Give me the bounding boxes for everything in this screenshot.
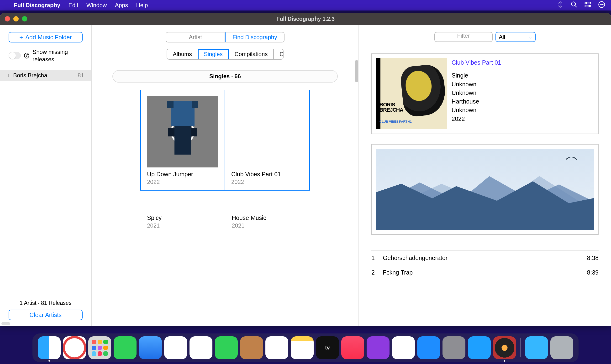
filter-scope-value: All <box>499 34 505 40</box>
sidebar-summary: 1 Artist · 81 Releases <box>9 300 83 306</box>
release-cover[interactable] <box>231 96 302 168</box>
menubar-extra-icon[interactable] <box>557 1 564 10</box>
sidebar-artist-name: Boris Brejcha <box>13 72 47 79</box>
fullscreen-window-button[interactable] <box>22 16 27 22</box>
track-number: 1 <box>371 255 383 261</box>
add-music-folder-label: Add Music Folder <box>25 34 72 41</box>
release-card[interactable]: House Music 2021 <box>225 214 310 229</box>
release-info-type: Single <box>452 71 594 80</box>
dock-app-contacts[interactable] <box>240 336 263 359</box>
track-duration: 8:38 <box>587 255 598 261</box>
chevron-down-icon: ⌄ <box>529 34 532 39</box>
release-card[interactable]: Club Vibes Part 01 2022 <box>225 90 309 190</box>
dock-app-photos[interactable] <box>189 336 213 359</box>
clear-artists-button[interactable]: Clear Artists <box>9 310 83 320</box>
menu-window[interactable]: Window <box>86 2 107 9</box>
segment-artist[interactable]: Artist <box>166 32 225 42</box>
window-title: Full Discography 1.2.3 <box>276 16 335 22</box>
menubar-app-name[interactable]: Full Discography <box>14 2 60 9</box>
dock-app-tv[interactable]: tv <box>316 336 339 359</box>
plus-icon: + <box>19 34 23 41</box>
release-year: 2022 <box>231 179 303 185</box>
dock-separator <box>520 338 521 357</box>
segment-other[interactable]: Other <box>274 49 284 59</box>
add-music-folder-button[interactable]: + Add Music Folder <box>9 32 83 42</box>
release-card[interactable]: Up Down Jumper 2022 <box>141 90 225 190</box>
minimize-window-button[interactable] <box>13 16 19 22</box>
dock-app-full-discography[interactable] <box>493 336 516 359</box>
dock-app-finder[interactable] <box>38 336 61 359</box>
track-name: Fckng Trap <box>383 269 587 276</box>
sidebar-artist-count: 81 <box>78 72 84 79</box>
show-missing-toggle[interactable] <box>9 52 21 59</box>
release-grid: Up Down Jumper 2022 Club Vibes Part 01 2… <box>140 90 310 191</box>
release-info-field: Unknown <box>452 89 594 97</box>
release-info-title-link[interactable]: Club Vibes Part 01 <box>452 58 594 67</box>
filter-scope-select[interactable]: All ⌄ <box>495 32 536 42</box>
release-grid-row-2: Spicy 2021 House Music 2021 <box>140 214 310 229</box>
dock-app-settings[interactable] <box>442 336 465 359</box>
main-segmented-control: Artist Find Discography <box>166 32 284 42</box>
dock-app-appstore[interactable] <box>417 336 440 359</box>
release-info-card: BORISBREJCHA CLUB VIBES PART 01 Club Vib… <box>371 53 598 134</box>
artist-photo <box>376 149 594 230</box>
dock-app-notes[interactable] <box>291 336 314 359</box>
siri-icon[interactable] <box>598 1 605 10</box>
release-info-cover: BORISBREJCHA CLUB VIBES PART 01 <box>376 58 447 129</box>
window-controls <box>5 16 27 22</box>
menu-help[interactable]: Help <box>136 2 148 9</box>
release-type-segmented-control: Albums Singles Compilations Other <box>167 49 284 60</box>
release-year: 2021 <box>147 222 225 229</box>
segment-compilations[interactable]: Compilations <box>229 49 274 59</box>
dock-app-reminders[interactable] <box>266 336 288 359</box>
close-window-button[interactable] <box>5 16 10 22</box>
cover-art-graphic <box>166 107 199 157</box>
dock-app-podcasts[interactable] <box>367 336 389 359</box>
filter-input[interactable]: Filter <box>434 32 493 42</box>
dock-app-launchpad[interactable] <box>88 336 111 359</box>
dock-app-messages[interactable] <box>114 336 136 359</box>
track-row[interactable]: 1 Gehörschadengenerator 8:38 <box>371 250 598 265</box>
dock-app-maps[interactable] <box>164 336 187 359</box>
dock-app-music[interactable] <box>341 336 364 359</box>
help-icon[interactable]: ? <box>24 53 29 58</box>
dock-app-mail[interactable] <box>139 336 162 359</box>
system-menubar: Full Discography Edit Window Apps Help <box>0 0 611 11</box>
dock-app-xcode[interactable] <box>468 336 491 359</box>
vertical-scrollbar[interactable] <box>355 60 358 82</box>
segment-find-discography[interactable]: Find Discography <box>225 32 284 42</box>
release-cover[interactable] <box>147 96 218 168</box>
menu-edit[interactable]: Edit <box>68 2 78 9</box>
main-panel: Artist Find Discography Albums Singles C… <box>92 25 359 326</box>
segment-albums[interactable]: Albums <box>167 49 198 59</box>
horizontal-scrollbar[interactable] <box>1 322 10 325</box>
dock: tv <box>32 334 579 362</box>
svg-point-0 <box>571 2 576 6</box>
dock-downloads[interactable] <box>525 336 548 359</box>
sidebar: + Add Music Folder ? Show missing releas… <box>0 25 92 326</box>
release-year: 2022 <box>147 179 218 185</box>
svg-point-4 <box>589 5 590 7</box>
release-info-year: 2022 <box>452 115 594 123</box>
dock-trash[interactable] <box>550 336 573 359</box>
dock-app-safari[interactable] <box>63 336 86 359</box>
release-year: 2021 <box>232 222 310 229</box>
segment-singles[interactable]: Singles <box>198 49 229 59</box>
control-center-icon[interactable] <box>584 1 591 10</box>
menu-apps[interactable]: Apps <box>115 2 128 9</box>
release-card[interactable]: Spicy 2021 <box>140 214 225 229</box>
sidebar-artist-row[interactable]: ♪ Boris Brejcha 81 <box>0 70 91 81</box>
track-list: 1 Gehörschadengenerator 8:38 2 Fckng Tra… <box>371 250 598 280</box>
dock-app-news[interactable] <box>392 336 415 359</box>
release-title: Spicy <box>147 214 225 221</box>
show-missing-label: Show missing releases <box>32 48 83 63</box>
app-window: Full Discography 1.2.3 + Add Music Folde… <box>0 13 611 326</box>
track-row[interactable]: 2 Fckng Trap 8:39 <box>371 265 598 280</box>
release-title: House Music <box>232 214 310 221</box>
spotlight-search-icon[interactable] <box>571 1 578 10</box>
track-number: 2 <box>371 269 383 276</box>
titlebar: Full Discography 1.2.3 <box>0 13 611 25</box>
release-title: Up Down Jumper <box>147 171 218 178</box>
dock-app-facetime[interactable] <box>215 336 238 359</box>
track-name: Gehörschadengenerator <box>383 255 587 261</box>
